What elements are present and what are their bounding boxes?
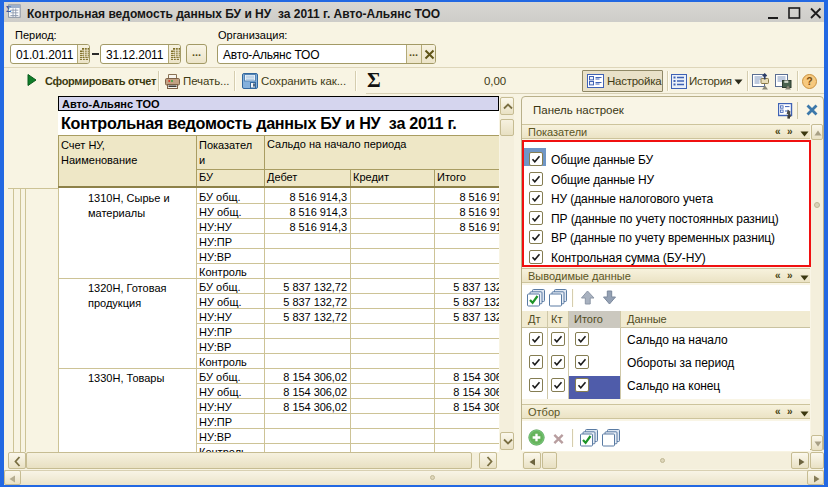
svg-text:Σ: Σ (6, 5, 11, 14)
svg-text:?: ? (806, 75, 812, 87)
